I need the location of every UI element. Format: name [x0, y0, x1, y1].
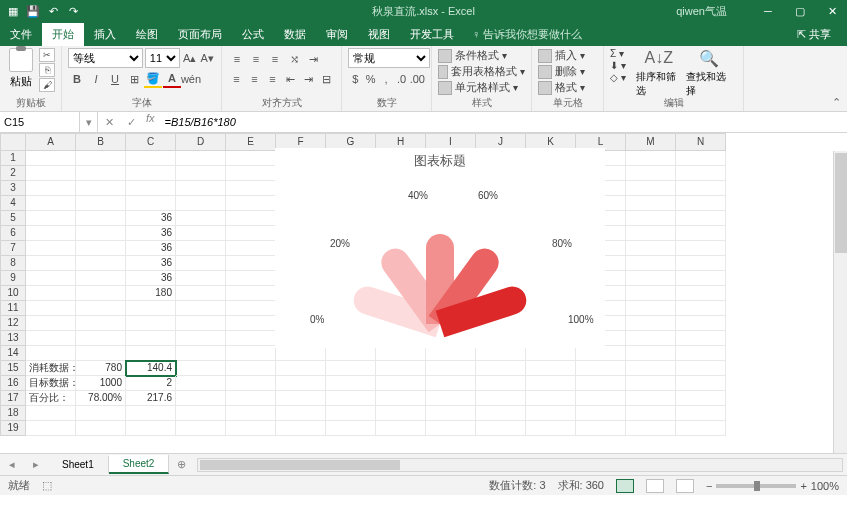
cell-E4[interactable]: [226, 196, 276, 211]
font-name-select[interactable]: 等线: [68, 48, 143, 68]
cell-A10[interactable]: [26, 286, 76, 301]
cell-G18[interactable]: [326, 406, 376, 421]
cell-E16[interactable]: [226, 376, 276, 391]
cell-B6[interactable]: [76, 226, 126, 241]
align-middle-icon[interactable]: ≡: [247, 50, 265, 68]
cell-D16[interactable]: [176, 376, 226, 391]
cell-N13[interactable]: [676, 331, 726, 346]
row-header-6[interactable]: 6: [0, 226, 26, 241]
align-top-icon[interactable]: ≡: [228, 50, 246, 68]
cell-A18[interactable]: [26, 406, 76, 421]
italic-icon[interactable]: I: [87, 70, 105, 88]
cell-E9[interactable]: [226, 271, 276, 286]
tab-draw[interactable]: 绘图: [126, 23, 168, 46]
cell-C2[interactable]: [126, 166, 176, 181]
name-box-input[interactable]: [4, 116, 75, 128]
cell-C13[interactable]: [126, 331, 176, 346]
cell-E17[interactable]: [226, 391, 276, 406]
tab-home[interactable]: 开始: [42, 23, 84, 46]
undo-icon[interactable]: ↶: [44, 2, 62, 20]
cell-E1[interactable]: [226, 151, 276, 166]
delete-cells-button[interactable]: 删除 ▾: [538, 64, 597, 79]
decrease-indent-icon[interactable]: ⇤: [282, 70, 299, 88]
row-header-17[interactable]: 17: [0, 391, 26, 406]
align-left-icon[interactable]: ≡: [228, 70, 245, 88]
cell-C15[interactable]: 140.4: [126, 361, 176, 376]
cell-N10[interactable]: [676, 286, 726, 301]
cell-M3[interactable]: [626, 181, 676, 196]
phonetic-icon[interactable]: wén: [182, 70, 200, 88]
cell-G16[interactable]: [326, 376, 376, 391]
cancel-formula-icon[interactable]: ✕: [98, 112, 120, 132]
cell-C17[interactable]: 217.6: [126, 391, 176, 406]
cell-A15[interactable]: 消耗数据：: [26, 361, 76, 376]
cell-N17[interactable]: [676, 391, 726, 406]
number-format-select[interactable]: 常规: [348, 48, 430, 68]
align-bottom-icon[interactable]: ≡: [266, 50, 284, 68]
cell-E13[interactable]: [226, 331, 276, 346]
cell-D9[interactable]: [176, 271, 226, 286]
cell-D2[interactable]: [176, 166, 226, 181]
cell-styles-button[interactable]: 单元格样式 ▾: [438, 80, 525, 95]
cell-D18[interactable]: [176, 406, 226, 421]
cell-I15[interactable]: [426, 361, 476, 376]
cell-E7[interactable]: [226, 241, 276, 256]
row-header-19[interactable]: 19: [0, 421, 26, 436]
orientation-icon[interactable]: ⤭: [285, 50, 303, 68]
vertical-scrollbar-thumb[interactable]: [835, 153, 847, 253]
cell-K17[interactable]: [526, 391, 576, 406]
insert-cells-button[interactable]: 插入 ▾: [538, 48, 597, 63]
minimize-button[interactable]: ─: [753, 0, 783, 22]
align-right-icon[interactable]: ≡: [264, 70, 281, 88]
cell-N15[interactable]: [676, 361, 726, 376]
font-color-icon[interactable]: A: [163, 70, 181, 88]
page-break-view-button[interactable]: [676, 479, 694, 493]
col-header-D[interactable]: D: [176, 133, 226, 151]
row-header-8[interactable]: 8: [0, 256, 26, 271]
row-header-13[interactable]: 13: [0, 331, 26, 346]
cell-C14[interactable]: [126, 346, 176, 361]
cell-K15[interactable]: [526, 361, 576, 376]
cell-B18[interactable]: [76, 406, 126, 421]
cell-C19[interactable]: [126, 421, 176, 436]
cell-A6[interactable]: [26, 226, 76, 241]
cell-H17[interactable]: [376, 391, 426, 406]
conditional-format-button[interactable]: 条件格式 ▾: [438, 48, 525, 63]
clear-button[interactable]: ◇ ▾: [610, 72, 626, 83]
sheet-tab-2[interactable]: Sheet2: [109, 455, 170, 474]
cell-M17[interactable]: [626, 391, 676, 406]
cell-D8[interactable]: [176, 256, 226, 271]
cell-N4[interactable]: [676, 196, 726, 211]
decrease-decimal-icon[interactable]: .00: [410, 70, 425, 88]
cell-G17[interactable]: [326, 391, 376, 406]
cell-B12[interactable]: [76, 316, 126, 331]
zoom-control[interactable]: − + 100%: [706, 480, 839, 492]
cell-D14[interactable]: [176, 346, 226, 361]
save-icon[interactable]: 💾: [24, 2, 42, 20]
increase-indent-icon[interactable]: ⇥: [300, 70, 317, 88]
sort-filter-button[interactable]: A↓Z 排序和筛选: [636, 48, 682, 98]
tab-view[interactable]: 视图: [358, 23, 400, 46]
cell-K14[interactable]: [526, 346, 576, 361]
row-header-4[interactable]: 4: [0, 196, 26, 211]
cell-C16[interactable]: 2: [126, 376, 176, 391]
cell-B7[interactable]: [76, 241, 126, 256]
format-cells-button[interactable]: 格式 ▾: [538, 80, 597, 95]
cell-C9[interactable]: 36: [126, 271, 176, 286]
cell-B15[interactable]: 780: [76, 361, 126, 376]
cell-B2[interactable]: [76, 166, 126, 181]
cell-E11[interactable]: [226, 301, 276, 316]
cell-C4[interactable]: [126, 196, 176, 211]
cell-A17[interactable]: 百分比：: [26, 391, 76, 406]
cell-E8[interactable]: [226, 256, 276, 271]
cell-N9[interactable]: [676, 271, 726, 286]
cell-D4[interactable]: [176, 196, 226, 211]
row-header-9[interactable]: 9: [0, 271, 26, 286]
cell-F17[interactable]: [276, 391, 326, 406]
cell-B8[interactable]: [76, 256, 126, 271]
cell-G15[interactable]: [326, 361, 376, 376]
tab-data[interactable]: 数据: [274, 23, 316, 46]
share-button[interactable]: ⇱ 共享: [789, 23, 839, 46]
cell-L14[interactable]: [576, 346, 626, 361]
merge-icon[interactable]: ⊟: [318, 70, 335, 88]
